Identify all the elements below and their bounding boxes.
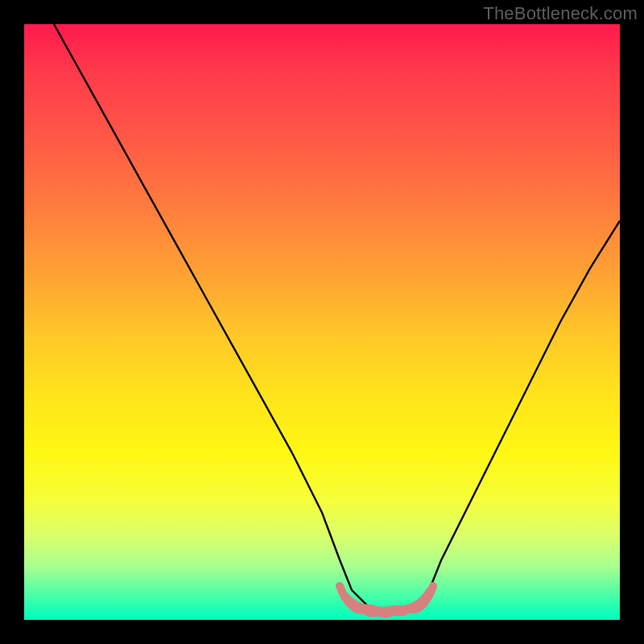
watermark-label: TheBottleneck.com xyxy=(483,3,638,24)
chart-frame: TheBottleneck.com xyxy=(0,0,644,644)
bottleneck-curve xyxy=(54,24,620,614)
plot-area xyxy=(24,24,620,620)
optimal-zone-marker-fill xyxy=(346,591,428,609)
chart-svg xyxy=(24,24,620,620)
